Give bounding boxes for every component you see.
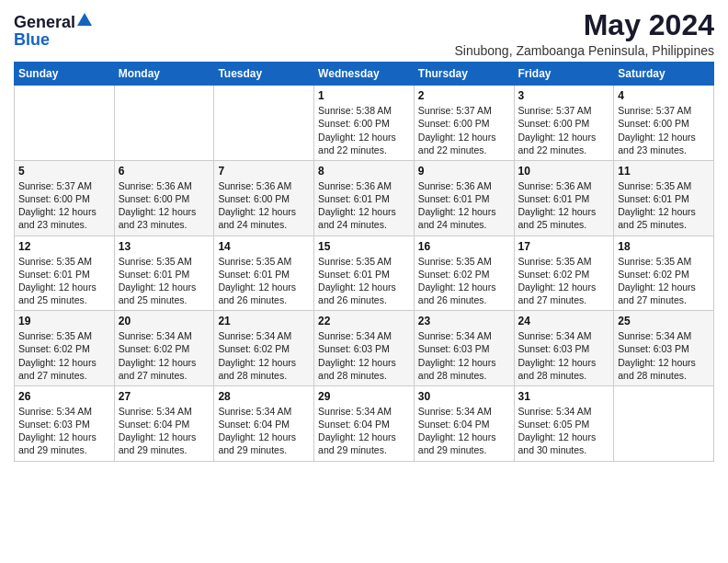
day-info: Sunrise: 5:34 AM Sunset: 6:03 PM Dayligh… <box>518 329 610 382</box>
day-number: 21 <box>218 315 310 327</box>
calendar-cell: 15Sunrise: 5:35 AM Sunset: 6:01 PM Dayli… <box>314 236 415 311</box>
day-number: 1 <box>318 89 410 102</box>
day-number: 11 <box>618 165 710 178</box>
day-info: Sunrise: 5:35 AM Sunset: 6:02 PM Dayligh… <box>18 329 110 382</box>
month-title: May 2024 <box>454 9 714 41</box>
day-info: Sunrise: 5:36 AM Sunset: 6:00 PM Dayligh… <box>119 179 210 232</box>
day-number: 30 <box>418 390 510 403</box>
calendar-cell: 2Sunrise: 5:37 AM Sunset: 6:00 PM Daylig… <box>414 86 514 161</box>
day-info: Sunrise: 5:34 AM Sunset: 6:02 PM Dayligh… <box>218 329 310 382</box>
day-info: Sunrise: 5:34 AM Sunset: 6:03 PM Dayligh… <box>318 329 410 382</box>
day-info: Sunrise: 5:34 AM Sunset: 6:02 PM Dayligh… <box>119 329 210 382</box>
calendar-cell: 4Sunrise: 5:37 AM Sunset: 6:00 PM Daylig… <box>614 86 714 161</box>
day-number: 18 <box>618 240 710 253</box>
day-info: Sunrise: 5:34 AM Sunset: 6:05 PM Dayligh… <box>518 405 610 457</box>
calendar-header: SundayMondayTuesdayWednesdayThursdayFrid… <box>15 63 714 86</box>
logo-icon <box>77 13 92 28</box>
day-info: Sunrise: 5:34 AM Sunset: 6:04 PM Dayligh… <box>318 405 410 457</box>
logo-blue: Blue <box>14 31 50 48</box>
day-info: Sunrise: 5:35 AM Sunset: 6:02 PM Dayligh… <box>618 255 710 307</box>
header-day: Monday <box>114 63 214 86</box>
day-number: 17 <box>518 240 610 253</box>
calendar-cell: 13Sunrise: 5:35 AM Sunset: 6:01 PM Dayli… <box>114 236 214 311</box>
calendar-cell: 8Sunrise: 5:36 AM Sunset: 6:01 PM Daylig… <box>314 160 415 236</box>
day-number: 9 <box>418 165 510 178</box>
day-info: Sunrise: 5:34 AM Sunset: 6:04 PM Dayligh… <box>218 405 310 457</box>
day-info: Sunrise: 5:34 AM Sunset: 6:04 PM Dayligh… <box>119 405 210 457</box>
day-number: 4 <box>618 89 710 102</box>
svg-marker-0 <box>77 13 92 26</box>
calendar-cell: 17Sunrise: 5:35 AM Sunset: 6:02 PM Dayli… <box>514 236 614 311</box>
day-number: 16 <box>418 240 510 253</box>
calendar-cell: 12Sunrise: 5:35 AM Sunset: 6:01 PM Dayli… <box>15 236 115 311</box>
calendar-cell <box>15 86 115 161</box>
calendar-cell: 11Sunrise: 5:35 AM Sunset: 6:01 PM Dayli… <box>614 160 714 236</box>
calendar-cell: 28Sunrise: 5:34 AM Sunset: 6:04 PM Dayli… <box>214 385 314 461</box>
day-number: 22 <box>318 315 410 327</box>
calendar-cell: 10Sunrise: 5:36 AM Sunset: 6:01 PM Dayli… <box>514 160 614 236</box>
calendar-cell: 14Sunrise: 5:35 AM Sunset: 6:01 PM Dayli… <box>214 236 314 311</box>
day-number: 2 <box>418 89 510 102</box>
day-number: 6 <box>119 165 210 178</box>
day-info: Sunrise: 5:36 AM Sunset: 6:00 PM Dayligh… <box>218 179 310 232</box>
calendar-cell: 26Sunrise: 5:34 AM Sunset: 6:03 PM Dayli… <box>15 385 115 461</box>
day-number: 23 <box>418 315 510 327</box>
calendar-cell: 31Sunrise: 5:34 AM Sunset: 6:05 PM Dayli… <box>514 385 614 461</box>
day-number: 25 <box>618 315 710 327</box>
calendar-cell: 22Sunrise: 5:34 AM Sunset: 6:03 PM Dayli… <box>314 311 415 386</box>
header-day: Thursday <box>414 63 514 86</box>
day-info: Sunrise: 5:37 AM Sunset: 6:00 PM Dayligh… <box>418 104 510 156</box>
calendar-cell: 16Sunrise: 5:35 AM Sunset: 6:02 PM Dayli… <box>414 236 514 311</box>
day-number: 20 <box>119 315 210 327</box>
day-number: 28 <box>218 390 310 403</box>
calendar-week-row: 26Sunrise: 5:34 AM Sunset: 6:03 PM Dayli… <box>15 385 714 461</box>
calendar-cell: 6Sunrise: 5:36 AM Sunset: 6:00 PM Daylig… <box>114 160 214 236</box>
calendar-cell: 25Sunrise: 5:34 AM Sunset: 6:03 PM Dayli… <box>614 311 714 386</box>
day-number: 26 <box>18 390 110 403</box>
calendar-cell: 24Sunrise: 5:34 AM Sunset: 6:03 PM Dayli… <box>514 311 614 386</box>
calendar-cell: 3Sunrise: 5:37 AM Sunset: 6:00 PM Daylig… <box>514 86 614 161</box>
calendar-cell: 30Sunrise: 5:34 AM Sunset: 6:04 PM Dayli… <box>414 385 514 461</box>
calendar-cell: 18Sunrise: 5:35 AM Sunset: 6:02 PM Dayli… <box>614 236 714 311</box>
day-number: 5 <box>18 165 110 178</box>
day-number: 13 <box>119 240 210 253</box>
calendar-body: 1Sunrise: 5:38 AM Sunset: 6:00 PM Daylig… <box>15 86 714 461</box>
subtitle: Sinubong, Zamboanga Peninsula, Philippin… <box>454 43 714 58</box>
calendar-cell: 20Sunrise: 5:34 AM Sunset: 6:02 PM Dayli… <box>114 311 214 386</box>
calendar-week-row: 5Sunrise: 5:37 AM Sunset: 6:00 PM Daylig… <box>15 160 714 236</box>
calendar-cell <box>614 385 714 461</box>
calendar-cell: 7Sunrise: 5:36 AM Sunset: 6:00 PM Daylig… <box>214 160 314 236</box>
day-info: Sunrise: 5:35 AM Sunset: 6:01 PM Dayligh… <box>218 255 310 307</box>
calendar-cell: 5Sunrise: 5:37 AM Sunset: 6:00 PM Daylig… <box>15 160 115 236</box>
day-number: 19 <box>18 315 110 327</box>
header-day: Saturday <box>614 63 714 86</box>
day-info: Sunrise: 5:35 AM Sunset: 6:01 PM Dayligh… <box>119 255 210 307</box>
day-info: Sunrise: 5:35 AM Sunset: 6:02 PM Dayligh… <box>518 255 610 307</box>
calendar-cell: 19Sunrise: 5:35 AM Sunset: 6:02 PM Dayli… <box>15 311 115 386</box>
day-number: 7 <box>218 165 310 178</box>
day-info: Sunrise: 5:35 AM Sunset: 6:02 PM Dayligh… <box>418 255 510 307</box>
day-number: 27 <box>119 390 210 403</box>
logo: General Blue <box>14 13 92 48</box>
day-info: Sunrise: 5:36 AM Sunset: 6:01 PM Dayligh… <box>418 179 510 232</box>
calendar-cell: 29Sunrise: 5:34 AM Sunset: 6:04 PM Dayli… <box>314 385 415 461</box>
calendar-cell: 23Sunrise: 5:34 AM Sunset: 6:03 PM Dayli… <box>414 311 514 386</box>
day-number: 10 <box>518 165 610 178</box>
day-number: 14 <box>218 240 310 253</box>
day-number: 15 <box>318 240 410 253</box>
calendar-cell <box>214 86 314 161</box>
day-number: 8 <box>318 165 410 178</box>
day-info: Sunrise: 5:37 AM Sunset: 6:00 PM Dayligh… <box>518 104 610 156</box>
calendar-week-row: 12Sunrise: 5:35 AM Sunset: 6:01 PM Dayli… <box>15 236 714 311</box>
day-info: Sunrise: 5:34 AM Sunset: 6:03 PM Dayligh… <box>18 405 110 457</box>
header-day: Tuesday <box>214 63 314 86</box>
day-info: Sunrise: 5:36 AM Sunset: 6:01 PM Dayligh… <box>518 179 610 232</box>
day-number: 31 <box>518 390 610 403</box>
header-day: Sunday <box>15 63 115 86</box>
day-info: Sunrise: 5:34 AM Sunset: 6:03 PM Dayligh… <box>418 329 510 382</box>
calendar-cell: 9Sunrise: 5:36 AM Sunset: 6:01 PM Daylig… <box>414 160 514 236</box>
day-info: Sunrise: 5:34 AM Sunset: 6:03 PM Dayligh… <box>618 329 710 382</box>
day-number: 29 <box>318 390 410 403</box>
day-info: Sunrise: 5:34 AM Sunset: 6:04 PM Dayligh… <box>418 405 510 457</box>
day-number: 12 <box>18 240 110 253</box>
